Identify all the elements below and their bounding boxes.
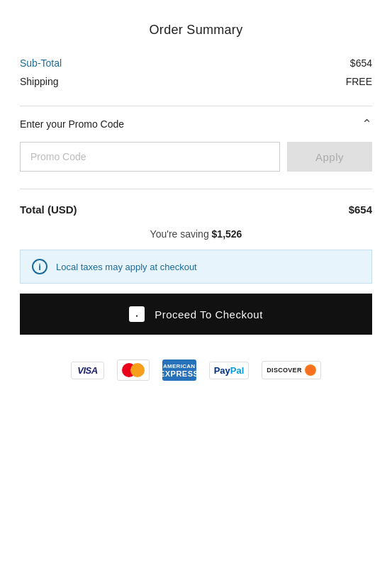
amex-icon: AMERICAN EXPRESS [162, 357, 196, 383]
page-title: Order Summary [20, 23, 372, 38]
info-banner: i Local taxes may apply at checkout [20, 250, 372, 284]
total-row: Total (USD) $654 [20, 204, 372, 216]
chevron-up-icon: ⌃ [362, 118, 372, 130]
visa-icon: VISA [71, 357, 103, 383]
promo-toggle[interactable]: Enter your Promo Code ⌃ [20, 118, 372, 130]
promo-code-input[interactable] [20, 142, 280, 172]
subtotal-value: $654 [350, 57, 372, 69]
checkout-button[interactable]: Proceed To Checkout [20, 294, 372, 335]
info-text: Local taxes may apply at checkout [56, 262, 197, 272]
saving-amount: $1,526 [212, 228, 242, 240]
lock-icon [129, 306, 145, 322]
promo-input-row: Apply [20, 142, 372, 172]
divider-2 [20, 189, 372, 189]
mc-circle-right [130, 363, 145, 377]
paypal-icon: PayPal [209, 357, 250, 383]
svg-point-1 [136, 316, 138, 317]
total-label: Total (USD) [20, 204, 77, 216]
shipping-label: Shipping [20, 76, 59, 87]
total-value: $654 [349, 204, 372, 216]
saving-prefix: You're saving [150, 228, 212, 240]
apply-button[interactable]: Apply [287, 142, 372, 172]
checkout-label: Proceed To Checkout [155, 308, 263, 320]
order-summary-card: Order Summary Sub-Total $654 Shipping FR… [0, 0, 392, 563]
discover-dot [305, 364, 316, 376]
payment-icons: VISA AMERICAN EXPRESS PayPal DISCOVER [20, 357, 372, 383]
shipping-row: Shipping FREE [20, 76, 372, 87]
subtotal-label: Sub-Total [20, 57, 62, 69]
subtotal-row: Sub-Total $654 [20, 57, 372, 69]
info-icon: i [32, 259, 47, 274]
saving-text: You're saving $1,526 [20, 228, 372, 240]
mastercard-icon [117, 357, 150, 383]
promo-label: Enter your Promo Code [20, 118, 124, 130]
divider-1 [20, 106, 372, 106]
discover-icon: DISCOVER [262, 357, 320, 383]
shipping-value: FREE [346, 76, 372, 87]
